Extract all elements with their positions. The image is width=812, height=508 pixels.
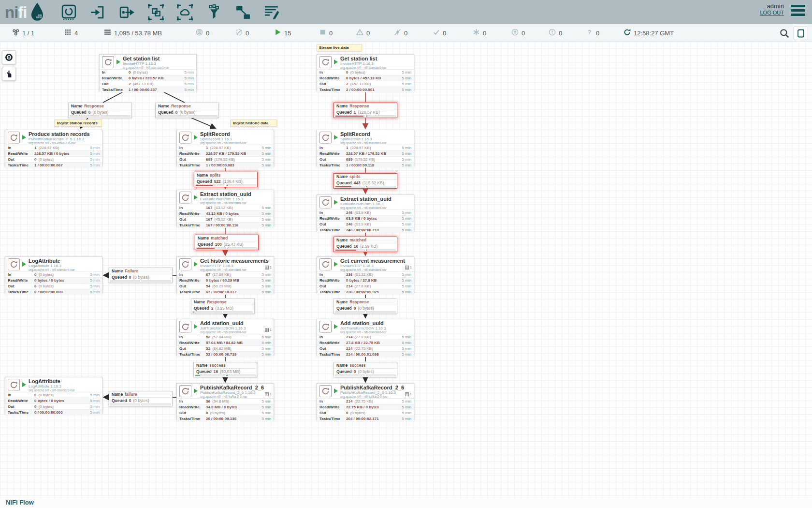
stat-row-readwrite: Read/Write63.9 KB / 0 bytes5 min <box>317 215 414 221</box>
flow-label-ingest-station-records[interactable]: Ingest station records <box>55 120 102 127</box>
status-refresh[interactable]: 12:58:27 GMT <box>624 24 674 42</box>
logout-link[interactable]: LOG OUT <box>760 10 784 15</box>
stat-row-in: In214 (27.8 KB)5 min <box>317 334 414 340</box>
nifi-app: nifi admin LOG OUT 1 / 141,095 / 53.78 M… <box>0 0 812 508</box>
stat-row-taskstime: Tasks/Time204 / 00:00:02.1715 min <box>317 416 414 421</box>
processor-publish-kafka-right[interactable]: PublishKafkaRecord_2_6 PublishKafkaRecor… <box>317 383 414 420</box>
breadcrumb[interactable]: NiFi Flow <box>6 499 34 506</box>
connection-label-response-0[interactable]: NameResponse Queued0(0 bytes) <box>68 103 132 118</box>
running-status-icon <box>22 382 26 387</box>
funnel-tool-icon[interactable] <box>205 3 222 21</box>
processor-type-icon <box>179 192 191 204</box>
processor-add-station-uuid-right[interactable]: Add station_uuid JoltTransformJSON 1.16.… <box>317 319 414 356</box>
up-to-date-icon <box>433 29 440 38</box>
process-group-tool-icon[interactable] <box>147 3 164 21</box>
processor-get-station-list-right[interactable]: Get station list InvokeHTTP 1.16.3 org.a… <box>317 54 414 91</box>
panel-toggle-button[interactable] <box>794 27 808 40</box>
running-status-icon <box>334 388 338 393</box>
refresh-icon[interactable] <box>624 29 631 38</box>
connection-label-splits-3[interactable]: Namesplits Queued522(136.4 KB) <box>194 172 258 187</box>
locally-modified-stale-icon <box>549 29 556 38</box>
connection-label-success-11[interactable]: Namesuccess Queued0(0 bytes) <box>334 362 397 377</box>
flow-canvas[interactable]: Get station list InvokeHTTP 1.16.3 org.a… <box>0 42 812 498</box>
active-threads-badge: 1 <box>265 328 272 332</box>
stat-row-taskstime: Tasks/Time0 / 00:00:00.0005 min <box>5 409 102 415</box>
processor-get-station-list-left[interactable]: Get station list InvokeHTTP 1.16.3 org.a… <box>99 54 197 91</box>
navigate-palette-button[interactable] <box>2 50 16 64</box>
processor-name: Get station list <box>340 56 403 61</box>
stat-row-out: Out2 (457.13 KB)5 min <box>317 81 414 87</box>
input-port-tool-icon[interactable] <box>89 3 106 21</box>
processor-log-attribute-top[interactable]: LogAttribute LogAttribute 1.16.3 org.apa… <box>5 256 102 293</box>
processor-split-record-mid[interactable]: SplitRecord SplitRecord 1.16.3 org.apach… <box>176 130 274 166</box>
connection-label-matched-6[interactable]: Namematched Queued10(2.59 KB) <box>334 237 397 252</box>
remote-process-group-tool-icon[interactable] <box>176 3 193 21</box>
status-disabled: 0 <box>394 24 407 42</box>
processor-add-station-uuid-mid[interactable]: Add station_uuid JoltTransformJSON 1.16.… <box>176 319 274 356</box>
connection-label-failure-12[interactable]: Namefailure Queued0(0 bytes) <box>109 391 173 406</box>
processor-bundle: org.apache.nifi - nifi-standard-nar <box>29 388 91 392</box>
connection-label-splits-4[interactable]: Namesplits Queued443(115.62 KB) <box>334 173 397 189</box>
output-port-tool-icon[interactable] <box>118 3 135 21</box>
processor-type-icon <box>8 132 20 144</box>
stat-row-taskstime: Tasks/Time1 / 00:00:00.1185 min <box>317 162 414 168</box>
running-status-icon <box>334 60 338 64</box>
processor-type-icon <box>179 132 191 144</box>
connection-line[interactable] <box>189 117 216 128</box>
invalid-icon <box>356 29 363 38</box>
stat-row-in: In0 (0 bytes)5 min <box>317 69 414 75</box>
processor-bundle: org.apache.nifi - nifi-kafka-2-6-nar <box>200 395 263 398</box>
running-status-icon <box>194 388 198 393</box>
processor-extract-station-uuid-mid[interactable]: Extract station_uuid EvaluateJsonPath 1.… <box>176 190 274 226</box>
stat-row-taskstime: Tasks/Time1 / 00:00:00.0675 min <box>5 162 102 168</box>
connection-label-response-9[interactable]: NameResponse Queued0(0 bytes) <box>334 299 397 314</box>
running-status-icon <box>116 60 120 64</box>
processor-bundle: org.apache.nifi - nifi-standard-nar <box>123 66 186 69</box>
connection-label-response-2[interactable]: NameResponse Queued1(228.57 KB) <box>334 103 397 118</box>
processor-split-record-right[interactable]: SplitRecord SplitRecord 1.16.3 org.apach… <box>317 130 414 166</box>
processor-name: Add station_uuid <box>200 320 263 326</box>
status-transmitting: 0 <box>196 24 209 42</box>
global-menu-icon[interactable] <box>791 5 805 17</box>
backpressure-indicator <box>334 374 397 376</box>
not-transmitting-icon <box>235 29 243 38</box>
processor-get-historic-measurements[interactable]: Get historic measurements InvokeHTTP 1.1… <box>176 256 274 293</box>
threads-icon <box>64 29 72 38</box>
connection-label-success-10[interactable]: Namesuccess Queued16(50.03 MB) <box>193 362 257 377</box>
processor-tool-icon[interactable] <box>60 3 77 21</box>
backpressure-indicator <box>109 403 172 405</box>
flow-label-stream-live-data[interactable]: Stream live-data <box>317 44 362 51</box>
active-threads-badge: 1 <box>405 265 412 269</box>
processor-bundle: org.apache.nifi - nifi-standard-nar <box>29 268 91 271</box>
processor-publish-kafka-mid[interactable]: PublishKafkaRecord_2_6 PublishKafkaRecor… <box>176 383 274 420</box>
status-threads: 4 <box>64 24 78 42</box>
stat-row-out: Out0 (0 bytes)5 min <box>5 283 102 289</box>
processor-log-attribute-bottom[interactable]: LogAttribute LogAttribute 1.16.3 org.apa… <box>5 377 102 414</box>
processor-type: InvokeHTTP 1.16.3 <box>200 264 263 268</box>
stat-row-readwrite: Read/Write27.8 KB / 22.75 KB5 min <box>317 340 414 345</box>
processor-extract-station-uuid-right[interactable]: Extract station_uuid EvaluateJsonPath 1.… <box>317 194 414 231</box>
processor-name: Get station list <box>123 56 186 61</box>
running-status-icon <box>334 135 338 140</box>
processor-type: InvokeHTTP 1.16.3 <box>340 264 403 268</box>
operate-palette-hand-icon[interactable] <box>2 67 16 81</box>
processor-produce-station-records[interactable]: Produce station records PublishKafkaReco… <box>5 130 102 166</box>
processor-get-current-measurement[interactable]: Get current measurement InvokeHTTP 1.16.… <box>317 256 414 293</box>
stat-row-out: Out689 (179.52 KB)5 min <box>317 156 414 162</box>
stat-row-out: Out214 (27.8 KB)5 min <box>317 283 414 289</box>
stale-icon <box>511 29 519 38</box>
flow-label-ingest-historic-data[interactable]: Ingest historic data <box>231 120 277 127</box>
connection-label-response-8[interactable]: NameResponse Queued2(3.25 MB) <box>191 299 255 314</box>
connection-label-failure-7[interactable]: NameFailure Queued0(0 bytes) <box>109 268 173 283</box>
nifi-drop-icon <box>29 2 45 23</box>
stat-row-readwrite: Read/Write228.57 KB / 0 bytes5 min <box>5 150 102 156</box>
stat-row-readwrite: Read/Write0 bytes / 0 bytes5 min <box>5 277 102 283</box>
label-tool-icon[interactable] <box>263 3 280 21</box>
search-icon[interactable] <box>779 28 790 39</box>
stat-row-out: Out54 (60.29 MB)5 min <box>177 283 274 289</box>
connection-label-matched-5[interactable]: Namematched Queued100(25.43 KB) <box>195 235 259 250</box>
connection-label-response-1[interactable]: NameResponse Queued0(0 bytes) <box>155 103 219 118</box>
template-tool-icon[interactable] <box>234 3 251 21</box>
component-toolbar <box>60 3 280 21</box>
stat-row-out: Out52 (84.82 MB)5 min <box>177 345 274 351</box>
